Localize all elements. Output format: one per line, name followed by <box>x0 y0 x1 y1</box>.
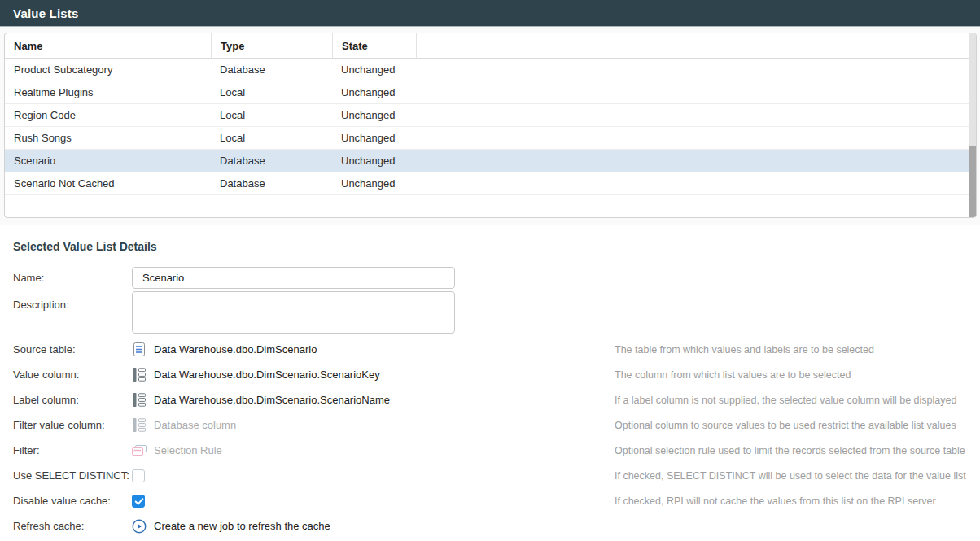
filter-value-column-help: Optional column to source values to be u… <box>615 420 956 431</box>
value-list-table-body: Product Subcategory Database Unchanged R… <box>5 59 976 195</box>
selected-value-list-details-panel: Selected Value List Details Name: Descri… <box>0 225 980 541</box>
column-header-empty <box>416 33 976 58</box>
use-select-distinct-checkbox[interactable] <box>132 469 145 482</box>
cell-name: Product Subcategory <box>5 63 211 76</box>
use-select-distinct-label: Use SELECT DISTINCT: <box>0 469 132 482</box>
cell-type: Database <box>211 155 332 167</box>
value-column-label: Value column: <box>0 369 132 381</box>
cell-name: Region Code <box>5 109 211 121</box>
filter-label: Filter: <box>0 444 132 456</box>
source-table-value: Data Warehouse.dbo.DimScenario <box>154 343 317 356</box>
filter-value-column-placeholder: Database column <box>154 419 236 431</box>
cell-state: Unchanged <box>332 155 416 167</box>
name-input[interactable] <box>132 267 455 289</box>
label-column-help: If a label column is not supplied, the s… <box>615 395 956 406</box>
value-column-picker[interactable]: Data Warehouse.dbo.DimScenario.ScenarioK… <box>132 368 380 382</box>
label-column-label: Label column: <box>0 394 132 406</box>
label-column-picker[interactable]: Data Warehouse.dbo.DimScenario.ScenarioN… <box>132 393 390 408</box>
table-row[interactable]: Scenario Database Unchanged <box>5 150 976 172</box>
cell-type: Database <box>211 177 332 190</box>
source-table-picker[interactable]: Data Warehouse.dbo.DimScenario <box>132 342 317 357</box>
name-label: Name: <box>0 272 132 284</box>
disable-value-cache-label: Disable value cache: <box>0 495 132 507</box>
table-row[interactable]: Region Code Local Unchanged <box>5 104 976 127</box>
page-title: Value Lists <box>13 7 79 20</box>
description-input[interactable] <box>132 291 455 334</box>
database-column-icon <box>132 393 147 408</box>
value-lists-table: Name Type State Product Subcategory Data… <box>4 33 977 218</box>
cell-type: Local <box>211 86 332 98</box>
value-column-value: Data Warehouse.dbo.DimScenario.ScenarioK… <box>154 369 380 381</box>
disable-value-cache-help: If checked, RPI will not cache the value… <box>615 495 936 507</box>
use-select-distinct-row: Use SELECT DISTINCT: If checked, SELECT … <box>0 463 980 488</box>
refresh-cache-row: Refresh cache: Create a new job to refre… <box>0 513 980 539</box>
source-table-row: Source table: Data Warehouse.dbo.DimScen… <box>0 337 980 362</box>
description-label: Description: <box>0 291 132 311</box>
vertical-scrollbar-thumb[interactable] <box>969 146 976 217</box>
value-lists-title-bar: Value Lists <box>0 0 980 27</box>
cell-state: Unchanged <box>332 109 416 121</box>
filter-picker[interactable]: Selection Rule <box>132 443 222 458</box>
table-row[interactable]: Rush Songs Local Unchanged <box>5 127 976 150</box>
table-row[interactable]: Realtime Plugins Local Unchanged <box>5 81 976 104</box>
cell-name: Scenario Not Cached <box>5 177 211 190</box>
cell-name: Realtime Plugins <box>5 86 211 98</box>
disable-value-cache-checkbox[interactable] <box>132 495 145 508</box>
cell-type: Local <box>211 109 332 121</box>
database-column-icon <box>132 418 147 433</box>
table-row[interactable]: Scenario Not Cached Database Unchanged <box>5 172 976 195</box>
value-column-row: Value column: Data Warehouse.dbo.DimScen… <box>0 362 980 387</box>
cell-state: Unchanged <box>332 177 416 190</box>
filter-help: Optional selection rule used to limit th… <box>615 445 965 456</box>
source-table-help: The table from which values and labels a… <box>615 344 874 356</box>
selection-rule-icon <box>132 443 147 458</box>
label-column-row: Label column: Data Warehouse.dbo.DimScen… <box>0 387 980 412</box>
label-column-value: Data Warehouse.dbo.DimScenario.ScenarioN… <box>154 394 390 406</box>
column-header-name[interactable]: Name <box>5 33 211 58</box>
cell-type: Local <box>211 132 332 144</box>
database-column-icon <box>132 368 147 382</box>
refresh-cache-action-label: Create a new job to refresh the cache <box>154 520 330 532</box>
name-row: Name: <box>0 264 980 291</box>
filter-placeholder: Selection Rule <box>154 444 222 456</box>
refresh-cache-label: Refresh cache: <box>0 520 132 532</box>
cell-state: Unchanged <box>332 132 416 144</box>
table-header-row: Name Type State <box>5 33 976 59</box>
vertical-scrollbar[interactable] <box>969 33 976 217</box>
details-heading: Selected Value List Details <box>0 240 980 253</box>
cell-type: Database <box>211 63 332 76</box>
database-table-icon <box>132 342 147 357</box>
cell-state: Unchanged <box>332 63 416 76</box>
cell-state: Unchanged <box>332 86 416 98</box>
filter-value-column-label: Filter value column: <box>0 419 132 431</box>
column-header-state[interactable]: State <box>332 33 416 58</box>
cell-name: Scenario <box>5 155 211 167</box>
description-row: Description: <box>0 291 980 337</box>
column-header-type[interactable]: Type <box>211 33 332 58</box>
play-circle-icon <box>132 519 147 534</box>
filter-value-column-row: Filter value column: Database column Opt… <box>0 412 980 438</box>
filter-value-column-picker[interactable]: Database column <box>132 418 236 433</box>
disable-value-cache-row: Disable value cache: If checked, RPI wil… <box>0 488 980 513</box>
filter-row: Filter: Selection Rule Optional selectio… <box>0 438 980 463</box>
source-table-label: Source table: <box>0 343 132 356</box>
refresh-cache-button[interactable]: Create a new job to refresh the cache <box>132 519 330 534</box>
cell-name: Rush Songs <box>5 132 211 144</box>
use-select-distinct-help: If checked, SELECT DISTINCT will be used… <box>615 470 966 482</box>
value-column-help: The column from which list values are to… <box>615 369 851 381</box>
table-row[interactable]: Product Subcategory Database Unchanged <box>5 59 976 81</box>
